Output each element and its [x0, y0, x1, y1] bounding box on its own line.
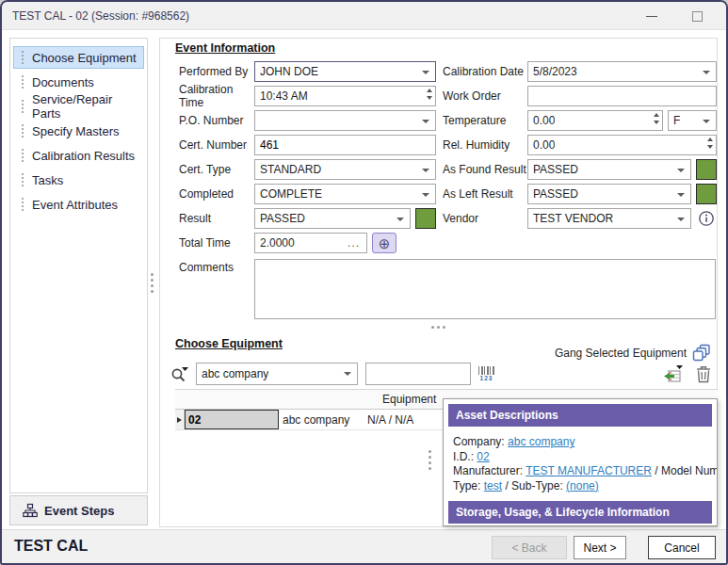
sidebar-item-service-repair-parts[interactable]: Service/Repair Parts	[13, 95, 144, 118]
temperature-label: Temperature	[443, 114, 527, 127]
add-time-button[interactable]: ⊕	[372, 233, 396, 253]
spinner-arrows-icon[interactable]	[654, 113, 659, 124]
sidebar-item-tasks[interactable]: Tasks	[13, 169, 144, 191]
chevron-down-icon	[396, 218, 404, 221]
sidebar-item-label: Choose Equipment	[32, 51, 137, 65]
rel-humidity-label: Rel. Humidity	[443, 138, 527, 152]
main-panel: Event Information Performed By JOHN DOE …	[159, 38, 718, 527]
chevron-down-icon	[703, 71, 710, 74]
event-steps-button[interactable]: Event Steps	[9, 495, 148, 525]
po-number-label: P.O. Number	[179, 114, 254, 127]
cert-number-label: Cert. Number	[179, 138, 254, 152]
completed-label: Completed	[179, 187, 254, 201]
equipment-company-cell[interactable]: abc company	[279, 410, 364, 429]
back-button[interactable]: < Back	[492, 536, 567, 559]
event-steps-label: Event Steps	[44, 504, 114, 518]
drag-grip-icon	[22, 51, 24, 64]
chevron-down-icon	[677, 193, 685, 197]
sidebar-item-event-attributes[interactable]: Event Attributes	[13, 193, 144, 216]
gang-selected-equipment[interactable]: Gang Selected Equipment	[555, 344, 711, 362]
completed-combo[interactable]: COMPLETE	[254, 184, 436, 204]
sidebar-splitter[interactable]	[151, 273, 154, 293]
asset-type-line: Type: test / Sub-Type: (none)	[453, 479, 717, 494]
minimize-button[interactable]	[636, 2, 668, 30]
temperature-unit-combo[interactable]: F	[668, 110, 717, 131]
asset-company-line: Company: abc company	[453, 435, 717, 450]
sidebar-item-calibration-results[interactable]: Calibration Results	[13, 144, 144, 167]
minimize-icon	[646, 16, 657, 17]
sidebar-item-label: Specify Masters	[32, 124, 119, 138]
sidebar-item-label: Calibration Results	[32, 149, 135, 163]
as-left-result-combo[interactable]: PASSED	[527, 184, 691, 204]
equipment-search-row: abc company 123	[170, 363, 711, 385]
sidebar-item-choose-equipment[interactable]: Choose Equipment	[13, 46, 144, 69]
sidebar-item-documents[interactable]: Documents	[13, 71, 144, 93]
calibration-time-spinner[interactable]: 10:43 AM	[254, 86, 436, 106]
chevron-down-icon	[422, 71, 429, 74]
chevron-down-icon	[344, 372, 351, 376]
chevron-down-icon	[422, 193, 429, 197]
drag-grip-icon	[22, 75, 24, 89]
spinner-arrows-icon[interactable]	[707, 137, 713, 149]
wizard-steps-sidebar: Choose Equipment Documents Service/Repai…	[9, 38, 148, 493]
row-indicator	[175, 410, 185, 429]
drag-grip-icon	[22, 173, 24, 186]
company-link[interactable]: abc company	[508, 435, 574, 448]
equipment-scan-input[interactable]	[365, 363, 471, 385]
search-button[interactable]	[170, 364, 190, 383]
equipment-column-header: Equipment	[382, 393, 436, 406]
result-combo[interactable]: PASSED	[254, 208, 411, 229]
select-equipment-button[interactable]	[663, 364, 684, 383]
info-icon	[698, 210, 715, 227]
drag-grip-icon	[22, 149, 24, 162]
result-label: Result	[179, 212, 254, 225]
type-link[interactable]: test	[484, 479, 502, 492]
choose-equipment-heading: Choose Equipment	[175, 337, 283, 350]
drag-grip-icon	[22, 100, 24, 113]
work-order-input[interactable]	[527, 86, 717, 106]
sidebar-item-specify-masters[interactable]: Specify Masters	[13, 120, 144, 142]
more-options-icon[interactable]: ...	[348, 236, 362, 250]
section-splitter[interactable]	[431, 326, 445, 329]
cert-number-input[interactable]	[254, 135, 436, 155]
cert-type-combo[interactable]: STANDARD	[254, 159, 436, 180]
manufacturer-link[interactable]: TEST MANUFACTURER	[526, 464, 652, 477]
asset-panel-splitter[interactable]	[429, 450, 431, 470]
as-left-result-label: As Left Result	[443, 187, 527, 201]
search-icon	[170, 364, 190, 383]
cancel-button[interactable]: Cancel	[648, 536, 716, 559]
equipment-filter-combo[interactable]: abc company	[196, 363, 358, 385]
asset-id-line: I.D.: 02	[453, 450, 717, 465]
barcode-icon	[478, 366, 494, 375]
event-information-heading: Event Information	[175, 41, 275, 55]
vendor-label: Vendor	[443, 212, 527, 225]
comments-input[interactable]	[254, 259, 716, 319]
subtype-link[interactable]: (none)	[566, 479, 599, 492]
performed-by-combo[interactable]: JOHN DOE	[254, 61, 436, 82]
total-time-field[interactable]: 2.0000 ...	[254, 233, 367, 253]
barcode-scan-button[interactable]: 123	[478, 366, 494, 382]
sidebar-item-label: Service/Repair Parts	[32, 92, 143, 121]
vendor-info-button[interactable]	[696, 208, 717, 229]
next-button[interactable]: Next >	[574, 536, 626, 559]
temperature-spinner[interactable]: 0.00	[527, 110, 663, 131]
delete-equipment-button[interactable]	[696, 365, 711, 383]
po-number-combo[interactable]	[254, 110, 436, 131]
chevron-down-icon	[422, 120, 429, 123]
chevron-down-icon	[677, 169, 685, 172]
calibration-date-label: Calibration Date	[443, 65, 527, 78]
rel-humidity-spinner[interactable]: 0.00	[527, 135, 717, 155]
equipment-id-cell[interactable]: 02	[185, 410, 279, 429]
maximize-button[interactable]	[681, 2, 713, 30]
spinner-arrows-icon[interactable]	[427, 89, 432, 100]
asset-manufacturer-line: Manufacturer: TEST MANUFACTURER / Model …	[453, 464, 717, 479]
performed-by-label: Performed By	[179, 65, 254, 78]
calibration-date-picker[interactable]: 5/8/2023	[527, 61, 717, 82]
vendor-combo[interactable]: TEST VENDOR	[527, 208, 691, 229]
row-indicator-icon	[177, 417, 182, 423]
sidebar-item-label: Documents	[32, 75, 94, 89]
as-found-result-combo[interactable]: PASSED	[527, 159, 691, 180]
grid-action-icons	[663, 364, 711, 383]
gang-selected-label: Gang Selected Equipment	[555, 347, 687, 360]
id-link[interactable]: 02	[477, 450, 489, 463]
